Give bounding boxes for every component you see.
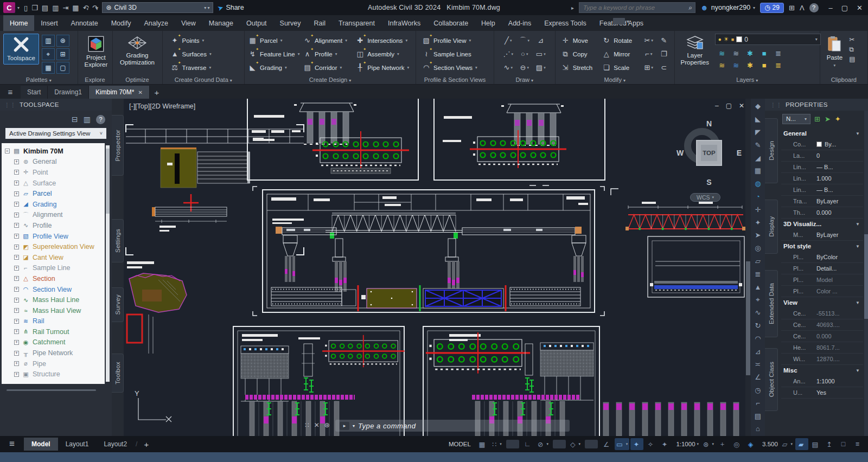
ribbon-tab-insert[interactable]: Insert bbox=[34, 15, 64, 31]
status-otrack-button[interactable]: ∠▾ bbox=[601, 438, 614, 450]
tab-settings[interactable]: Settings bbox=[112, 219, 124, 262]
collapse-icon[interactable]: − bbox=[5, 149, 10, 153]
assembly-button[interactable]: ◫✦Assembly▾ bbox=[355, 47, 412, 61]
command-close-icon[interactable]: ✕ bbox=[314, 421, 320, 429]
viewport-controls[interactable]: [-][Top][2D Wireframe] bbox=[129, 102, 195, 110]
property-3d-visualiz[interactable]: 3D Visualiz... ▼ bbox=[781, 219, 863, 229]
ribbon-tab-annotate[interactable]: Annotate bbox=[65, 15, 105, 31]
qat-undo-button[interactable]: ↶▾ bbox=[83, 4, 88, 12]
command-customize-icon[interactable]: ⊛ bbox=[324, 421, 330, 429]
layout-tab-layout2[interactable]: Layout2 bbox=[96, 438, 135, 451]
layer-walk-button[interactable]: ≣ bbox=[771, 59, 786, 71]
layer-states-button[interactable]: ≣ bbox=[771, 47, 786, 59]
search-expand-icon[interactable]: ▸ bbox=[571, 5, 574, 11]
search-icon[interactable]: ⌕ bbox=[688, 4, 692, 11]
expand-icon[interactable]: + bbox=[14, 351, 19, 356]
store-cart-icon[interactable]: ⊞ bbox=[789, 4, 795, 12]
ribbon-tab-help[interactable]: Help bbox=[475, 15, 502, 31]
panel-title-layers[interactable]: Layers ▾ bbox=[675, 76, 820, 83]
property-pl[interactable]: Pl... Detail... ▼ bbox=[781, 263, 863, 274]
property-lin[interactable]: Lin... — B... ▼ bbox=[781, 162, 863, 173]
command-line[interactable]: ▸ ▾ Type a command bbox=[335, 420, 570, 432]
share-button[interactable]: ➤ Share bbox=[218, 4, 244, 12]
status-isodraft-button[interactable]: ◇▾ bbox=[569, 438, 582, 450]
home-tool-icon[interactable]: ⌂ bbox=[751, 422, 765, 435]
draw-hatch-button[interactable]: ▨▾ bbox=[533, 61, 549, 74]
property-pl[interactable]: Pl... Model ▼ bbox=[781, 274, 863, 286]
viewcube-top-face[interactable]: TOP bbox=[696, 140, 722, 166]
app-logo-icon[interactable]: C bbox=[3, 2, 15, 13]
corridor-button[interactable]: ▤✦Corridor▾ bbox=[303, 61, 355, 74]
expand-icon[interactable]: + bbox=[14, 298, 19, 303]
command-input[interactable]: Type a command bbox=[358, 422, 416, 430]
point-create-icon[interactable]: ✛ bbox=[751, 203, 765, 216]
property-co[interactable]: Co... By... ▼ bbox=[781, 139, 863, 150]
grid-tool-icon[interactable]: ▦ bbox=[751, 164, 765, 177]
annotate-tool-icon[interactable]: ✎ bbox=[751, 138, 765, 151]
layer-isolate-button[interactable]: ≋ bbox=[715, 47, 729, 59]
tree-item-rail[interactable]: + ≋ Rail bbox=[5, 316, 105, 327]
qat-redo-button[interactable]: ↷▾ bbox=[92, 4, 98, 12]
app-menu-caret-icon[interactable]: ▾ bbox=[17, 5, 20, 10]
draw-construction-line-button[interactable]: ⋰▾ bbox=[500, 47, 516, 61]
layer-freeze-button[interactable]: ✱ bbox=[743, 47, 757, 59]
sheet-set-manager-button[interactable]: ▦ bbox=[42, 62, 55, 74]
quick-select-icon[interactable]: ✦ bbox=[835, 115, 841, 123]
property-misc[interactable]: Misc ▼ bbox=[781, 365, 863, 376]
tree-item-catchment[interactable]: + ◉ Catchment bbox=[5, 337, 105, 348]
select-objects-icon[interactable]: ➤ bbox=[825, 115, 831, 123]
draw-circle-button[interactable]: ○▾ bbox=[516, 47, 533, 61]
layer-match-button[interactable]: ≋ bbox=[729, 59, 743, 71]
tree-item-pipe-network[interactable]: + ╥ Pipe Network bbox=[5, 348, 105, 358]
draw-arc-button[interactable]: ⌒▾ bbox=[516, 34, 533, 47]
tree-item-surface[interactable]: + △ Surface bbox=[5, 178, 105, 189]
expand-icon[interactable]: + bbox=[14, 191, 19, 196]
ribbon-tab-analyze[interactable]: Analyze bbox=[137, 15, 174, 31]
expand-icon[interactable]: + bbox=[14, 245, 19, 249]
ribbon-tab-output[interactable]: Output bbox=[240, 15, 273, 31]
tree-item-pipe[interactable]: + ⌀ Pipe bbox=[5, 358, 105, 369]
layer-properties-button[interactable]: Layer Properties bbox=[678, 34, 712, 68]
rotate-view-icon[interactable]: ↻ bbox=[751, 319, 765, 332]
viewcube[interactable]: N W E S TOP bbox=[676, 120, 742, 185]
property-he[interactable]: He... 8061.7... ▼ bbox=[781, 342, 863, 354]
toolspace-hscrollbar[interactable] bbox=[7, 389, 96, 391]
workspace-selector[interactable]: ⊛ Civil 3D ▾ ▾ bbox=[102, 2, 213, 13]
copy-button[interactable]: ⧉Copy bbox=[561, 47, 601, 61]
toolspace-help-icon[interactable]: ? bbox=[96, 115, 105, 124]
tree-item-point[interactable]: + ✛ Point bbox=[5, 167, 105, 178]
tree-item-general[interactable]: + ⊛ General bbox=[5, 157, 105, 168]
section-views-button[interactable]: ◠✦Section Views▾ bbox=[422, 61, 477, 74]
status-autoscale-button[interactable]: ✧▾ bbox=[644, 438, 658, 450]
grading-button[interactable]: ◣✦Grading▾ bbox=[248, 61, 303, 74]
ribbon-tab-infraworks[interactable]: InfraWorks bbox=[381, 15, 427, 31]
tree-item-mass-haul-line[interactable]: + ∿ Mass Haul Line bbox=[5, 294, 105, 305]
overkill-button[interactable]: ⊂ bbox=[657, 61, 671, 74]
status-snap-button[interactable]: ∷▾ bbox=[490, 438, 503, 450]
status-annotation-monitor-button[interactable]: ＋▾ bbox=[717, 438, 730, 450]
viewcube-west[interactable]: W bbox=[676, 149, 684, 157]
properties-palette-button[interactable]: ▥ bbox=[42, 35, 55, 47]
angle-tool-icon[interactable]: ∠ bbox=[751, 371, 765, 384]
minimize-button[interactable]: – bbox=[829, 4, 833, 12]
fillet-button[interactable]: ⌐▾ bbox=[642, 47, 656, 61]
tab-display[interactable]: Display bbox=[765, 200, 778, 254]
property-la[interactable]: La... 0 ▼ bbox=[781, 150, 863, 162]
copy-clip-button[interactable]: ⧉ bbox=[849, 46, 855, 53]
tree-item-mass-haul-view[interactable]: + ≈ Mass Haul View bbox=[5, 305, 105, 316]
tree-item-section-view[interactable]: + ◠ Section View bbox=[5, 284, 105, 295]
status-annotation-scale-button[interactable]: 1:1000▾ bbox=[673, 438, 700, 450]
toolbox-palette-button[interactable]: ⊞ bbox=[56, 48, 69, 60]
layer-unlock-button[interactable]: ■ bbox=[757, 59, 771, 71]
property-pl[interactable]: Pl... Color ... ▼ bbox=[781, 286, 863, 297]
layers-tool-icon[interactable]: ≣ bbox=[751, 267, 765, 280]
property-m[interactable]: M... ByLayer ▼ bbox=[781, 229, 863, 241]
surface-tool-icon[interactable]: ▱ bbox=[751, 255, 765, 268]
tree-item-parcel[interactable]: + ▱ Parcel bbox=[5, 188, 105, 199]
model-views-icon[interactable]: ◣ bbox=[751, 113, 765, 126]
panel-title-create-ground-data[interactable]: Create Ground Data ▾ bbox=[163, 76, 245, 83]
layer-off-button[interactable]: ≋ bbox=[715, 59, 729, 71]
online-map-icon[interactable]: ◔ bbox=[751, 190, 765, 203]
restore-button[interactable]: ▢ bbox=[841, 4, 848, 12]
tab-extended-data[interactable]: Extended Data bbox=[765, 270, 778, 337]
